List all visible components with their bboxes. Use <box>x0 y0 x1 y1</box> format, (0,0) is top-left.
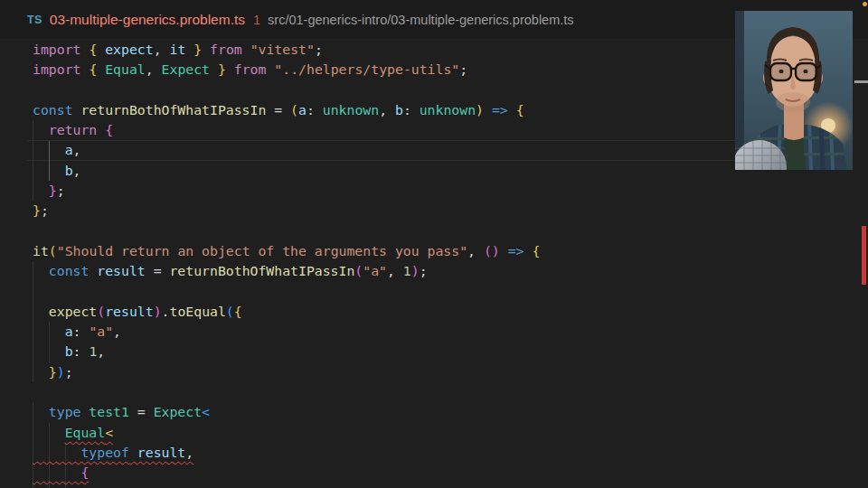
code-token: const <box>33 263 89 278</box>
code-token: returnBothOfWhatIPassIn <box>169 263 354 278</box>
code-token <box>210 61 218 77</box>
code-token: Expect <box>154 61 210 77</box>
code-token: Expect <box>154 404 202 419</box>
code-token: test1 <box>80 404 128 419</box>
code-token: expect <box>33 304 97 319</box>
code-token: import <box>33 42 80 57</box>
code-token: ) <box>476 102 484 117</box>
code-token: result <box>105 304 153 319</box>
code-token: it <box>162 42 186 57</box>
code-line[interactable] <box>33 382 854 402</box>
code-line[interactable]: Equal< <box>33 423 854 443</box>
webcam-person <box>735 11 853 170</box>
code-token: result <box>89 263 145 278</box>
breadcrumb[interactable]: src/01-generics-intro/03-multiple-generi… <box>268 13 573 27</box>
code-line[interactable]: expect(result).toEqual({ <box>33 302 854 322</box>
overview-ruler[interactable] <box>854 0 868 488</box>
code-token: from <box>202 42 242 57</box>
code-token: : <box>73 324 90 339</box>
code-token: "../helpers/type-utils" <box>274 61 459 77</box>
tab-filename[interactable]: 03-multiple-generics.problem.ts <box>50 12 245 28</box>
code-token: () <box>484 243 500 258</box>
code-token: typeof <box>33 445 129 460</box>
code-token: } <box>193 42 202 57</box>
code-token: < <box>202 404 210 419</box>
code-token: => <box>500 243 533 258</box>
code-token: , <box>113 324 121 339</box>
code-token: , <box>73 142 81 157</box>
code-token: import <box>33 61 80 77</box>
code-token: "vitest" <box>250 42 315 57</box>
recording-indicator-dot <box>863 2 867 6</box>
code-line[interactable]: { <box>33 463 854 483</box>
code-line[interactable]: const result = returnBothOfWhatIPassIn("… <box>33 261 854 281</box>
code-line[interactable]: return { <box>33 120 854 140</box>
code-token: "a" <box>89 324 113 339</box>
code-token: ) <box>411 263 420 278</box>
code-token: const <box>33 102 73 117</box>
code-token: } <box>218 61 226 77</box>
code-token: ( <box>354 263 363 278</box>
code-token: 1 <box>403 263 411 278</box>
code-token: : <box>307 102 323 117</box>
code-token <box>97 122 105 137</box>
code-token: ( <box>290 102 298 117</box>
code-token: < <box>105 425 113 440</box>
code-line[interactable]: import { Equal, Expect } from "../helper… <box>33 60 854 80</box>
typescript-icon: TS <box>27 14 42 26</box>
code-line[interactable] <box>33 80 854 100</box>
code-token: } <box>33 364 57 380</box>
code-token <box>242 42 250 57</box>
code-line[interactable] <box>33 282 854 302</box>
code-token: Equal <box>97 61 145 77</box>
code-line[interactable]: a: "a", <box>33 322 854 342</box>
code-token: , <box>379 102 395 117</box>
code-token: } <box>33 183 57 198</box>
code-token: ; <box>315 42 323 57</box>
code-line[interactable] <box>33 221 854 241</box>
code-token: "a" <box>363 263 387 278</box>
code-token <box>185 42 193 57</box>
code-token: return <box>33 122 97 137</box>
code-token <box>266 61 274 77</box>
code-token: { <box>33 465 89 480</box>
code-line[interactable]: a, <box>33 140 854 160</box>
code-token: { <box>532 243 540 258</box>
code-token: : <box>403 102 420 117</box>
code-line[interactable]: b: 1, <box>33 342 854 361</box>
code-line[interactable]: }; <box>33 201 854 221</box>
code-token: ; <box>57 183 65 198</box>
code-token: type <box>33 404 80 419</box>
code-token <box>33 425 65 440</box>
code-line[interactable]: const returnBothOfWhatIPassIn = (a: unkn… <box>33 100 854 120</box>
code-line[interactable]: typeof result, <box>33 443 854 463</box>
code-token: ; <box>41 202 49 218</box>
code-token: "Should return an object of the argument… <box>57 243 467 258</box>
code-area[interactable]: import { expect, it } from "vitest";impo… <box>33 40 854 483</box>
code-line[interactable]: it("Should return an object of the argum… <box>33 241 854 261</box>
code-token: { <box>105 122 113 137</box>
code-token: { <box>89 61 97 77</box>
code-token: , <box>154 42 162 57</box>
code-token: ; <box>65 364 73 380</box>
code-token: it <box>33 243 49 258</box>
code-line[interactable]: b, <box>33 161 854 181</box>
code-token: ( <box>49 243 57 258</box>
code-line[interactable]: }); <box>33 362 854 382</box>
code-token: expect <box>97 42 153 57</box>
code-token: , <box>467 243 484 258</box>
code-token: returnBothOfWhatIPassIn <box>73 102 267 117</box>
code-line[interactable]: import { expect, it } from "vitest"; <box>33 40 854 60</box>
code-token: . <box>162 304 170 319</box>
code-token: toEqual <box>170 304 226 319</box>
code-token: b <box>33 343 73 359</box>
code-line[interactable]: }; <box>33 181 854 201</box>
code-token: ; <box>459 61 467 77</box>
code-token: , <box>387 263 403 278</box>
code-line[interactable]: type test1 = Expect< <box>33 402 854 422</box>
code-token: a <box>298 102 307 117</box>
code-token: ; <box>420 263 428 278</box>
code-token: = <box>146 263 170 278</box>
code-token: a <box>33 324 73 339</box>
code-token: unknown <box>323 102 379 117</box>
